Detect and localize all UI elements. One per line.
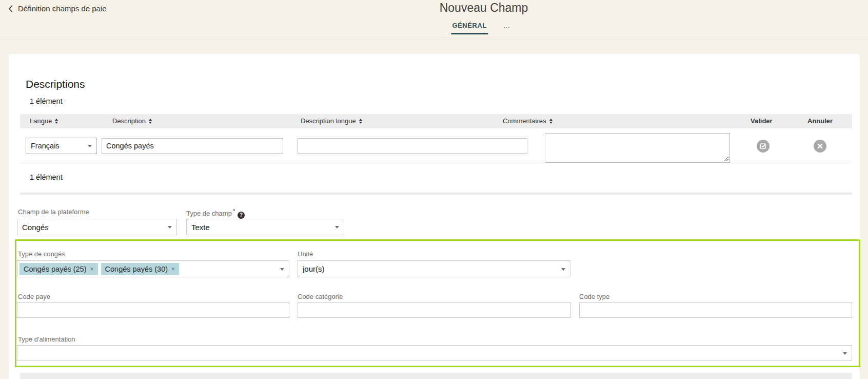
chevron-down-icon bbox=[335, 226, 339, 229]
annuler-row-button[interactable] bbox=[814, 140, 826, 153]
element-count-top: 1 élément bbox=[30, 97, 63, 105]
chevron-down-icon bbox=[561, 268, 565, 271]
main-panel: Descriptions 1 élément Langue Descriptio… bbox=[9, 54, 860, 379]
unite-select[interactable]: jour(s) bbox=[298, 260, 570, 277]
sort-icon bbox=[359, 119, 362, 124]
column-header-langue[interactable]: Langue bbox=[30, 114, 58, 128]
description-input[interactable] bbox=[102, 138, 283, 154]
type-alimentation-select[interactable] bbox=[17, 345, 852, 361]
column-header-commentaires[interactable]: Commentaires bbox=[503, 114, 553, 128]
descriptions-table-header: Langue Description Description longue Co… bbox=[20, 114, 852, 128]
code-categorie-input[interactable] bbox=[298, 302, 571, 318]
tab-general[interactable]: GÉNÉRAL bbox=[451, 22, 488, 34]
chevron-down-icon bbox=[843, 352, 847, 355]
chevron-down-icon bbox=[280, 268, 284, 271]
element-count-bottom: 1 élément bbox=[30, 173, 63, 181]
unite-label: Unité bbox=[298, 250, 313, 258]
checkbox-check-icon bbox=[759, 142, 767, 150]
code-type-input[interactable] bbox=[579, 302, 852, 318]
page-header: Définition champs de paie Nouveau Champ … bbox=[0, 0, 868, 38]
close-x-icon bbox=[817, 143, 823, 149]
commentaires-textarea[interactable] bbox=[545, 133, 730, 163]
valider-row-button[interactable] bbox=[757, 140, 770, 153]
column-header-valider: Valider bbox=[751, 114, 773, 128]
champ-plateforme-label: Champ de la plateforme bbox=[18, 208, 89, 216]
chip-conges-25: Congés payés (25) × bbox=[19, 263, 98, 275]
code-paye-input[interactable] bbox=[17, 302, 289, 318]
description-longue-input[interactable] bbox=[298, 138, 527, 154]
chevron-left-icon bbox=[8, 5, 13, 13]
tab-bar: GÉNÉRAL ... bbox=[451, 22, 511, 34]
code-paye-label: Code paye bbox=[18, 293, 50, 300]
page-title: Nouveau Champ bbox=[440, 1, 528, 15]
chip-remove-icon[interactable]: × bbox=[90, 266, 94, 273]
code-type-label: Code type bbox=[579, 293, 609, 300]
code-categorie-label: Code catégorie bbox=[298, 293, 343, 300]
required-asterisk: * bbox=[233, 208, 235, 214]
back-link[interactable]: Définition champs de paie bbox=[8, 4, 107, 13]
screen: Définition champs de paie Nouveau Champ … bbox=[0, 0, 868, 379]
sort-icon bbox=[55, 119, 58, 124]
sort-icon bbox=[549, 119, 553, 124]
column-header-description[interactable]: Description bbox=[112, 114, 152, 128]
sort-icon bbox=[149, 119, 152, 124]
type-champ-label: Type de champ*? bbox=[186, 208, 245, 219]
row-divider bbox=[20, 161, 852, 161]
section-divider bbox=[20, 193, 852, 195]
help-icon[interactable]: ? bbox=[238, 212, 245, 219]
type-champ-select[interactable]: Texte bbox=[186, 219, 344, 235]
back-label: Définition champs de paie bbox=[18, 4, 107, 13]
column-header-annuler: Annuler bbox=[807, 114, 833, 128]
chip-conges-30: Congés payés (30) × bbox=[101, 263, 180, 275]
descriptions-heading: Descriptions bbox=[26, 78, 85, 90]
tab-overflow[interactable]: ... bbox=[502, 22, 511, 30]
chevron-down-icon bbox=[88, 145, 92, 147]
column-header-description-longue[interactable]: Description longue bbox=[301, 114, 362, 128]
champ-plateforme-select[interactable]: Congés bbox=[17, 219, 177, 235]
next-section-header-strip bbox=[20, 373, 852, 379]
langue-select[interactable]: Français bbox=[26, 138, 97, 154]
type-conges-label: Type de congés bbox=[18, 250, 65, 258]
chip-remove-icon[interactable]: × bbox=[171, 266, 175, 273]
type-alimentation-label: Type d'alimentation bbox=[18, 335, 75, 343]
chevron-down-icon bbox=[168, 226, 172, 229]
type-conges-multiselect[interactable]: Congés payés (25) × Congés payés (30) × bbox=[17, 260, 289, 277]
